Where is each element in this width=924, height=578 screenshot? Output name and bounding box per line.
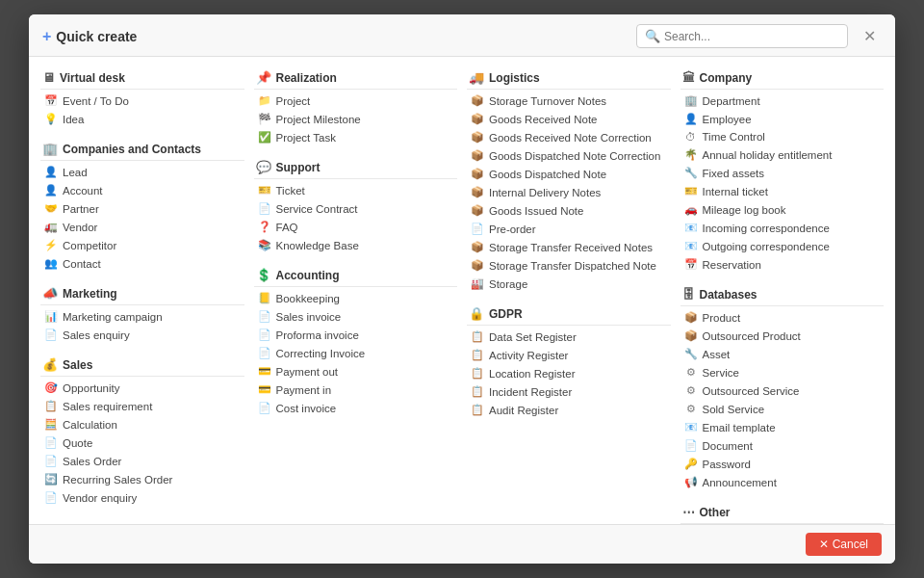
search-input[interactable] bbox=[664, 30, 839, 43]
item-bookkeeping[interactable]: 📒Bookkeeping bbox=[254, 289, 458, 307]
item-vendor-enquiry[interactable]: 📄Vendor enquiry bbox=[40, 488, 244, 507]
item-goods-issued[interactable]: 📦Goods Issued Note bbox=[467, 201, 671, 220]
task-icon: ✅ bbox=[258, 131, 271, 144]
section-sales: 💰 Sales 🎯Opportunity 📋Sales requirement … bbox=[40, 354, 244, 507]
section-accounting: 💲 Accounting 📒Bookkeeping 📄Sales invoice… bbox=[254, 264, 458, 417]
announcement-icon: 📢 bbox=[684, 476, 698, 488]
item-reservation[interactable]: 📅Reservation bbox=[680, 255, 885, 274]
support-icon: 💬 bbox=[256, 160, 271, 174]
item-document[interactable]: 📄Document bbox=[680, 436, 885, 455]
item-time-control[interactable]: ⏱Time Control bbox=[680, 128, 885, 145]
item-audit-register[interactable]: 📋Audit Register bbox=[467, 401, 671, 419]
faq-icon: ❓ bbox=[258, 221, 271, 233]
asset-icon: 🔧 bbox=[684, 348, 698, 360]
item-data-set-register[interactable]: 📋Data Set Register bbox=[467, 328, 671, 346]
item-activity-register[interactable]: 📋Activity Register bbox=[467, 346, 671, 364]
quick-create-modal: + Quick create 🔍 ✕ 🖥 Virtual desk 📅 bbox=[29, 14, 895, 564]
item-incident-register[interactable]: 📋Incident Register bbox=[467, 382, 671, 401]
item-project-task[interactable]: ✅Project Task bbox=[254, 128, 458, 146]
item-sales-order[interactable]: 📄Sales Order bbox=[40, 452, 244, 470]
item-fixed-assets[interactable]: 🔧Fixed assets bbox=[680, 164, 885, 182]
account-icon: 👤 bbox=[44, 184, 58, 197]
item-marketing-campaign[interactable]: 📊Marketing campaign bbox=[40, 307, 244, 326]
item-idea[interactable]: 💡 Idea bbox=[40, 110, 244, 128]
section-title-virtual-desk: 🖥 Virtual desk bbox=[40, 66, 244, 90]
item-faq[interactable]: ❓FAQ bbox=[254, 218, 458, 236]
item-sales-enquiry-mkt[interactable]: 📄Sales enquiry bbox=[40, 326, 244, 344]
item-goods-received[interactable]: 📦Goods Received Note bbox=[467, 110, 671, 128]
item-sold-service[interactable]: ⚙Sold Service bbox=[680, 400, 885, 418]
item-knowledge-base[interactable]: 📚Knowledge Base bbox=[254, 236, 458, 254]
item-service[interactable]: ⚙Service bbox=[680, 363, 885, 381]
item-project-milestone[interactable]: 🏁Project Milestone bbox=[254, 110, 458, 128]
item-contact[interactable]: 👥Contact bbox=[40, 254, 244, 273]
modal-overlay[interactable]: + Quick create 🔍 ✕ 🖥 Virtual desk 📅 bbox=[0, 0, 924, 578]
item-product[interactable]: 📦Product bbox=[680, 308, 885, 327]
item-goods-received-corr[interactable]: 📦Goods Received Note Correction bbox=[467, 128, 671, 146]
item-internal-delivery[interactable]: 📦Internal Delivery Notes bbox=[467, 183, 671, 201]
item-incoming-correspondence[interactable]: 📧Incoming correspondence bbox=[680, 219, 885, 237]
item-storage-transfer-received[interactable]: 📦Storage Transfer Received Notes bbox=[467, 238, 671, 256]
fixed-assets-icon: 🔧 bbox=[684, 167, 698, 179]
item-email-template[interactable]: 📧Email template bbox=[680, 418, 885, 436]
item-outsourced-product[interactable]: 📦Outsourced Product bbox=[680, 327, 885, 345]
item-asset[interactable]: 🔧Asset bbox=[680, 345, 885, 363]
item-pre-order[interactable]: 📄Pre-order bbox=[467, 220, 671, 238]
section-title-sales: 💰 Sales bbox=[40, 354, 244, 377]
section-title-gdpr: 🔒 GDPR bbox=[467, 302, 671, 326]
password-icon: 🔑 bbox=[684, 458, 698, 470]
item-payment-in[interactable]: 💳Payment in bbox=[254, 381, 458, 399]
item-location-register[interactable]: 📋Location Register bbox=[467, 364, 671, 382]
item-outgoing-correspondence[interactable]: 📧Outgoing correspondence bbox=[680, 237, 885, 255]
item-calculation[interactable]: 🧮Calculation bbox=[40, 415, 244, 434]
search-bar[interactable]: 🔍 bbox=[636, 24, 848, 48]
item-announcement[interactable]: 📢Announcement bbox=[680, 473, 885, 491]
gdpr-icon: 🔒 bbox=[469, 306, 484, 321]
item-service-contract[interactable]: 📄Service Contract bbox=[254, 199, 458, 218]
quote-icon: 📄 bbox=[44, 436, 58, 449]
item-goods-dispatched[interactable]: 📦Goods Dispatched Note bbox=[467, 165, 671, 183]
item-account[interactable]: 👤Account bbox=[40, 181, 244, 199]
goods-dispatched-icon: 📦 bbox=[471, 168, 484, 180]
cancel-button[interactable]: ✕ Cancel bbox=[806, 533, 882, 556]
idea-icon: 💡 bbox=[44, 113, 58, 125]
reservation-icon: 📅 bbox=[684, 258, 698, 271]
item-mileage-log[interactable]: 🚗Mileage log book bbox=[680, 200, 885, 219]
item-sales-requirement[interactable]: 📋Sales requirement bbox=[40, 397, 244, 415]
section-title-realization: 📌 Realization bbox=[254, 66, 458, 90]
item-payment-out[interactable]: 💳Payment out bbox=[254, 362, 458, 381]
item-quote[interactable]: 📄Quote bbox=[40, 434, 244, 452]
accounting-icon: 💲 bbox=[256, 268, 271, 282]
item-storage-transfer-dispatched[interactable]: 📦Storage Transfer Dispatched Note bbox=[467, 256, 671, 275]
item-holiday-entitlement[interactable]: 🌴Annual holiday entitlement bbox=[680, 145, 885, 164]
item-storage-turnover[interactable]: 📦Storage Turnover Notes bbox=[467, 92, 671, 110]
item-correcting-invoice[interactable]: 📄Correcting Invoice bbox=[254, 344, 458, 362]
pre-order-icon: 📄 bbox=[471, 223, 484, 235]
item-partner[interactable]: 🤝Partner bbox=[40, 199, 244, 218]
item-cost-invoice[interactable]: 📄Cost invoice bbox=[254, 399, 458, 417]
item-storage[interactable]: 🏭Storage bbox=[467, 275, 671, 293]
item-opportunity[interactable]: 🎯Opportunity bbox=[40, 379, 244, 397]
item-internal-ticket[interactable]: 🎫Internal ticket bbox=[680, 182, 885, 200]
item-project[interactable]: 📁Project bbox=[254, 92, 458, 110]
item-sales-invoice[interactable]: 📄Sales invoice bbox=[254, 307, 458, 326]
item-password[interactable]: 🔑Password bbox=[680, 455, 885, 473]
item-employee[interactable]: 👤Employee bbox=[680, 110, 885, 128]
item-department[interactable]: 🏢Department bbox=[680, 92, 885, 110]
item-vendor[interactable]: 🚛Vendor bbox=[40, 218, 244, 236]
company-icon: 🏛 bbox=[682, 70, 695, 85]
item-event[interactable]: 📅 Event / To Do bbox=[40, 92, 244, 110]
close-button[interactable]: ✕ bbox=[858, 25, 882, 47]
internal-delivery-icon: 📦 bbox=[471, 186, 484, 198]
item-goods-dispatched-corr[interactable]: 📦Goods Dispatched Note Correction bbox=[467, 146, 671, 165]
sales-icon: 💰 bbox=[42, 357, 58, 372]
item-lead[interactable]: 👤Lead bbox=[40, 163, 244, 181]
column-3: 🚚 Logistics 📦Storage Turnover Notes 📦Goo… bbox=[467, 66, 671, 524]
modal-header: + Quick create 🔍 ✕ bbox=[29, 14, 895, 57]
item-competitor[interactable]: ⚡Competitor bbox=[40, 236, 244, 254]
item-outsourced-service[interactable]: ⚙Outsourced Service bbox=[680, 381, 885, 400]
item-recurring-sales-order[interactable]: 🔄Recurring Sales Order bbox=[40, 470, 244, 488]
item-ticket[interactable]: 🎫Ticket bbox=[254, 181, 458, 199]
sold-service-icon: ⚙ bbox=[684, 403, 698, 415]
item-proforma-invoice[interactable]: 📄Proforma invoice bbox=[254, 326, 458, 344]
